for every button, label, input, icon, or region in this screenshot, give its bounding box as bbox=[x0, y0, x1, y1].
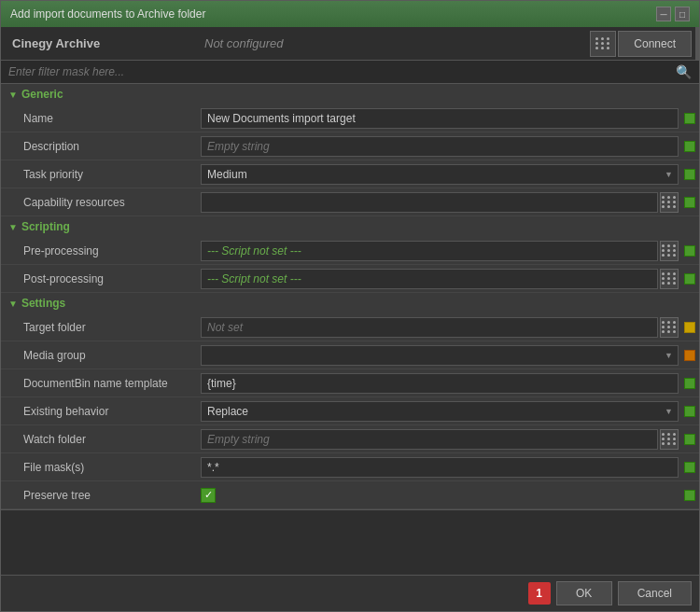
section-generic[interactable]: ▼ Generic bbox=[1, 84, 699, 104]
postprocessing-grid-button[interactable] bbox=[660, 269, 679, 289]
settings-label: Settings bbox=[21, 297, 65, 310]
task-priority-value-cell: Medium Low High bbox=[197, 162, 699, 187]
capability-resources-grid-button[interactable] bbox=[660, 192, 679, 213]
target-folder-input-group bbox=[201, 317, 695, 338]
file-masks-input-group bbox=[201, 457, 695, 478]
task-priority-select-wrapper: Medium Low High bbox=[201, 164, 679, 185]
scripting-label: Scripting bbox=[21, 220, 70, 233]
postprocessing-row: Post-processing bbox=[1, 265, 699, 293]
watch-folder-input[interactable] bbox=[201, 429, 658, 450]
cinegy-grid-button[interactable] bbox=[590, 31, 616, 57]
media-group-select-group bbox=[201, 345, 695, 366]
watch-folder-input-group bbox=[201, 429, 695, 450]
preprocessing-input-group bbox=[201, 241, 695, 261]
docbin-template-label: DocumentBin name template bbox=[1, 373, 197, 394]
target-folder-status-dot bbox=[684, 322, 695, 333]
maximize-button[interactable]: □ bbox=[675, 7, 690, 21]
target-folder-grid-button[interactable] bbox=[660, 317, 679, 338]
postprocessing-label: Post-processing bbox=[1, 269, 197, 289]
description-status-dot bbox=[684, 141, 695, 152]
existing-behavior-value-cell: Replace Skip Rename bbox=[197, 399, 699, 424]
existing-behavior-status-dot bbox=[684, 406, 695, 417]
watch-folder-label: Watch folder bbox=[1, 429, 197, 450]
watch-folder-grid-button[interactable] bbox=[660, 429, 679, 450]
description-value-cell bbox=[197, 134, 699, 159]
preserve-tree-input-group bbox=[201, 488, 695, 503]
preserve-tree-checkbox[interactable] bbox=[201, 488, 216, 503]
docbin-template-row: DocumentBin name template bbox=[1, 369, 699, 397]
task-priority-status-dot bbox=[684, 169, 695, 180]
postprocessing-input[interactable] bbox=[201, 269, 658, 289]
capability-resources-input[interactable] bbox=[201, 192, 658, 213]
preserve-tree-value-cell bbox=[197, 486, 699, 505]
media-group-select-wrapper bbox=[201, 345, 679, 366]
footer: 1 OK Cancel bbox=[1, 575, 699, 611]
title-bar: Add import documents to Archive folder ─… bbox=[1, 1, 699, 27]
preprocessing-input[interactable] bbox=[201, 241, 658, 261]
section-settings[interactable]: ▼ Settings bbox=[1, 293, 699, 313]
bottom-notes-area bbox=[1, 509, 699, 575]
file-masks-input[interactable] bbox=[201, 457, 679, 478]
name-label: Name bbox=[1, 108, 197, 129]
name-row: Name bbox=[1, 104, 699, 132]
capability-resources-row: Capability resources bbox=[1, 188, 699, 216]
preprocessing-grid-button[interactable] bbox=[660, 241, 679, 261]
search-icon: 🔍 bbox=[676, 64, 692, 79]
cinegy-bar: Cinegy Archive Not configured Connect bbox=[1, 27, 699, 61]
dialog: Add import documents to Archive folder ─… bbox=[0, 0, 700, 612]
target-folder-label: Target folder bbox=[1, 317, 197, 338]
title-bar-controls: ─ □ bbox=[656, 7, 690, 21]
watch-folder-row: Watch folder bbox=[1, 425, 699, 453]
preprocessing-row: Pre-processing bbox=[1, 237, 699, 265]
error-badge: 1 bbox=[528, 582, 551, 605]
filter-input[interactable] bbox=[8, 65, 676, 78]
generic-label: Generic bbox=[21, 88, 63, 101]
media-group-value-cell bbox=[197, 343, 699, 368]
content-area: ▼ Generic Name Description bbox=[1, 84, 699, 509]
separator bbox=[695, 27, 699, 61]
description-label: Description bbox=[1, 136, 197, 157]
target-folder-input[interactable] bbox=[201, 317, 658, 338]
watch-folder-value-cell bbox=[197, 427, 699, 452]
preserve-tree-status-dot bbox=[684, 490, 695, 501]
capability-resources-input-group bbox=[201, 192, 695, 213]
postprocessing-value-cell bbox=[197, 267, 699, 291]
target-folder-row: Target folder bbox=[1, 313, 699, 341]
filter-bar: 🔍 bbox=[1, 61, 699, 84]
capability-resources-label: Capability resources bbox=[1, 192, 197, 213]
cancel-button[interactable]: Cancel bbox=[618, 581, 692, 605]
existing-behavior-row: Existing behavior Replace Skip Rename bbox=[1, 397, 699, 425]
scripting-arrow: ▼ bbox=[8, 222, 18, 232]
name-status-dot bbox=[684, 113, 695, 124]
file-masks-status-dot bbox=[684, 462, 695, 473]
name-value-cell bbox=[197, 106, 699, 131]
minimize-button[interactable]: ─ bbox=[656, 7, 671, 21]
name-input[interactable] bbox=[201, 108, 679, 129]
section-scripting[interactable]: ▼ Scripting bbox=[1, 216, 699, 237]
description-input[interactable] bbox=[201, 136, 679, 157]
docbin-template-input[interactable] bbox=[201, 373, 679, 394]
existing-behavior-select[interactable]: Replace Skip Rename bbox=[201, 401, 679, 422]
preprocessing-value-cell bbox=[197, 239, 699, 263]
preserve-tree-label: Preserve tree bbox=[1, 485, 197, 506]
task-priority-label: Task priority bbox=[1, 164, 197, 185]
watch-folder-status-dot bbox=[684, 434, 695, 445]
task-priority-row: Task priority Medium Low High bbox=[1, 160, 699, 188]
existing-behavior-label: Existing behavior bbox=[1, 401, 197, 422]
preserve-tree-row: Preserve tree bbox=[1, 481, 699, 509]
media-group-select[interactable] bbox=[201, 345, 679, 366]
capability-resources-status-dot bbox=[684, 197, 695, 208]
docbin-template-input-group bbox=[201, 373, 695, 394]
task-priority-select-group: Medium Low High bbox=[201, 164, 695, 185]
description-row: Description bbox=[1, 132, 699, 160]
docbin-template-value-cell bbox=[197, 371, 699, 396]
connect-button[interactable]: Connect bbox=[618, 31, 692, 57]
target-folder-value-cell bbox=[197, 315, 699, 340]
file-masks-row: File mask(s) bbox=[1, 453, 699, 481]
task-priority-select[interactable]: Medium Low High bbox=[201, 164, 679, 185]
generic-arrow: ▼ bbox=[8, 90, 18, 100]
existing-behavior-select-wrapper: Replace Skip Rename bbox=[201, 401, 679, 422]
media-group-status-dot bbox=[684, 350, 695, 361]
ok-button[interactable]: OK bbox=[556, 581, 612, 605]
media-group-label: Media group bbox=[1, 345, 197, 366]
